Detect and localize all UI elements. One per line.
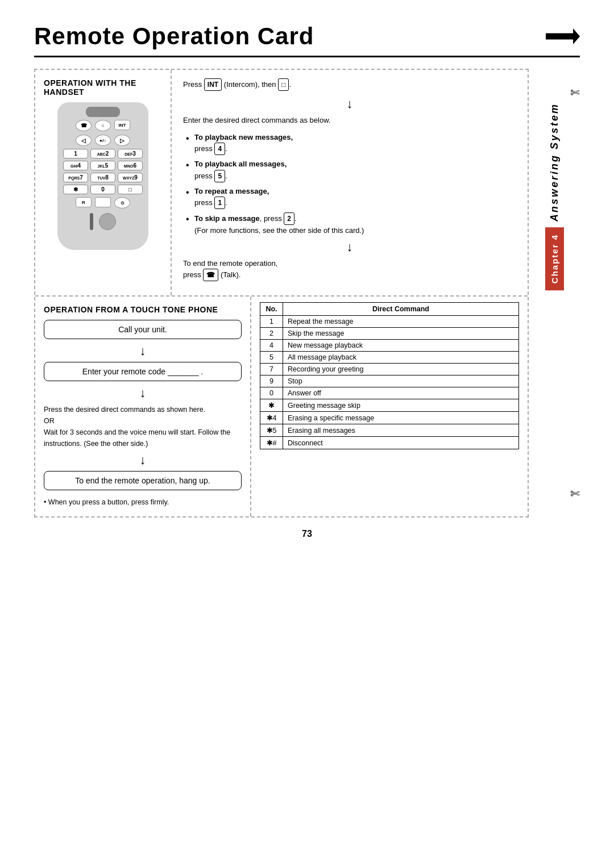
phone-btn-circle2: ⊙ <box>114 197 130 208</box>
or-label: OR <box>44 417 55 425</box>
table-row: 7Recording your greeting <box>260 364 519 375</box>
touch-left: OPERATION FROM A TOUCH TONE PHONE Call y… <box>35 297 251 516</box>
bullet-3: To repeat a message,press 1. <box>186 186 516 210</box>
phone-btn-r: R <box>76 197 92 207</box>
scissors-mid-icon: ✄ <box>570 487 580 500</box>
phone-key-5: JKL5 <box>90 161 115 170</box>
table-cell-no: 1 <box>260 316 283 328</box>
title-divider <box>34 56 580 57</box>
phone-nav-left: ◁ <box>76 135 92 146</box>
phone-key-7: PQRS7 <box>63 173 88 182</box>
table-row: 1Repeat the message <box>260 316 519 328</box>
phone-btn-circle: ○ <box>95 120 111 131</box>
table-row: ✱5Erasing all messages <box>260 424 519 437</box>
right-sidebar: ✄ Answering System Chapter 4 ✄ <box>529 69 580 518</box>
int-button-label: INT <box>204 78 222 91</box>
remote-code-box: Enter your remote code _______ . <box>44 362 242 381</box>
table-cell-cmd: Erasing all messages <box>283 424 519 437</box>
bullet-2: To playback all messages,press 5. <box>186 158 516 182</box>
key-1: 1 <box>214 197 225 209</box>
phone-key-6: MNO6 <box>118 161 143 170</box>
table-row: ✱#Disconnect <box>260 437 519 449</box>
phone-diagram: ☎ ○ INT ◁ ●/○ ▷ 1 ABC2 <box>57 102 148 250</box>
table-cell-cmd: Repeat the message <box>283 316 519 328</box>
phone-btn-int: INT <box>114 120 130 130</box>
chapter-label-text: Answering System <box>549 103 561 222</box>
arrow-down-4: ↓ <box>44 386 242 400</box>
phone-key-4: GHI4 <box>63 161 88 170</box>
phone-key-1: 1 <box>63 149 88 158</box>
table-row: ✱4Erasing a specific message <box>260 412 519 424</box>
phone-nav-mid: ●/○ <box>95 135 111 146</box>
phone-key-2: ABC2 <box>90 149 115 158</box>
handset-bullet-list: To playback new messages,press 4. To pla… <box>183 132 516 236</box>
handset-instructions: Press INT (Intercom), then □. ↓ Enter th… <box>172 70 528 295</box>
table-cell-cmd: Disconnect <box>283 437 519 449</box>
table-cell-cmd: New message playback <box>283 340 519 352</box>
table-cell-cmd: Answer off <box>283 387 519 399</box>
table-body: 1Repeat the message2Skip the message4New… <box>260 316 519 449</box>
phone-bottom-area <box>63 213 143 230</box>
table-cell-no: 4 <box>260 340 283 352</box>
main-content: OPERATION WITH THE HANDSET ☎ ○ INT <box>34 69 580 518</box>
phone-key-0: 0 <box>90 185 115 194</box>
key-5: 5 <box>214 170 225 182</box>
page-title: Remote Operation Card <box>34 23 580 50</box>
table-cell-cmd: Skip the message <box>283 328 519 340</box>
phone-key-3: DEF3 <box>118 149 143 158</box>
bullet-4: To skip a message, press 2.(For more fun… <box>186 212 516 236</box>
arrow-right-icon <box>546 28 580 44</box>
phone-keypad: 1 ABC2 DEF3 GHI4 JKL5 MNO6 PQRS7 TUV8 WX… <box>63 149 143 194</box>
page: Remote Operation Card OPERATION WITH THE… <box>0 0 614 868</box>
table-cell-no: ✱5 <box>260 424 283 437</box>
page-number: 73 <box>34 529 580 539</box>
title-text: Remote Operation Card <box>34 23 314 50</box>
scissors-top-icon: ✄ <box>570 86 580 99</box>
phone-top-buttons: ☎ ○ INT <box>63 120 143 131</box>
phone-bottom-row: R ⊙ <box>63 197 143 208</box>
call-unit-box: Call your unit. <box>44 320 242 339</box>
key-2: 2 <box>284 212 294 225</box>
arrow-down-2: ↓ <box>183 240 516 254</box>
arrow-down-1: ↓ <box>183 97 516 111</box>
phone-btn-blank <box>95 197 111 207</box>
phone-key-9: WXYZ9 <box>118 173 143 182</box>
phone-key-star: ✱ <box>63 185 88 194</box>
phone-nav-right: ▷ <box>114 135 130 146</box>
talk-button: ☎ <box>203 269 218 281</box>
handset-left: OPERATION WITH THE HANDSET ☎ ○ INT <box>35 70 172 295</box>
table-cell-no: ✱ <box>260 399 283 412</box>
table-row: 0Answer off <box>260 387 519 399</box>
phone-btn-talk: ☎ <box>76 120 92 131</box>
bullet-1: To playback new messages,press 4. <box>186 132 516 156</box>
table-row: 5All message playback <box>260 352 519 364</box>
table-cell-cmd: Recording your greeting <box>283 364 519 375</box>
table-cell-no: ✱4 <box>260 412 283 424</box>
arrow-down-3: ↓ <box>44 344 242 358</box>
arrow-down-5: ↓ <box>44 453 242 468</box>
table-row: 9Stop <box>260 375 519 387</box>
touch-footnote: • When you press a button, press firmly. <box>44 497 242 508</box>
table-header-cmd: Direct Command <box>283 303 519 316</box>
touch-right: No. Direct Command 1Repeat the message2S… <box>251 297 528 516</box>
table-cell-cmd: All message playback <box>283 352 519 364</box>
content-box: OPERATION WITH THE HANDSET ☎ ○ INT <box>34 69 529 518</box>
phone-key-hash: □ <box>118 185 143 194</box>
handset-title: OPERATION WITH THE HANDSET <box>44 78 162 97</box>
touch-tone-section: OPERATION FROM A TOUCH TONE PHONE Call y… <box>35 297 528 516</box>
table-cell-no: 7 <box>260 364 283 375</box>
table-header-row: No. Direct Command <box>260 303 519 316</box>
handset-end-step: To end the remote operation,press ☎ (Tal… <box>183 258 516 282</box>
end-op-box: To end the remote operation, hang up. <box>44 471 242 490</box>
chapter-box: Chapter 4 <box>545 227 564 290</box>
table-row: 4New message playback <box>260 340 519 352</box>
phone-key-8: TUV8 <box>90 173 115 182</box>
touch-step3: Press the desired direct commands as sho… <box>44 404 242 449</box>
phone-mic <box>99 213 116 230</box>
handset-section: OPERATION WITH THE HANDSET ☎ ○ INT <box>35 70 528 297</box>
phone-earpiece <box>86 107 120 117</box>
touch-title: OPERATION FROM A TOUCH TONE PHONE <box>44 305 242 314</box>
direct-cmd-table: No. Direct Command 1Repeat the message2S… <box>260 302 519 449</box>
table-cell-no: 2 <box>260 328 283 340</box>
table-cell-cmd: Stop <box>283 375 519 387</box>
